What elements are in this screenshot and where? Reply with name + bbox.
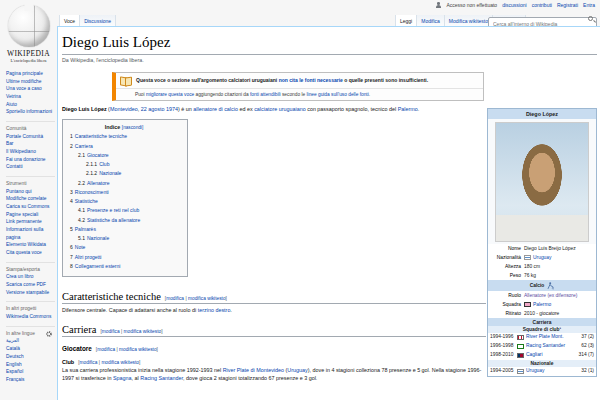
toc-item[interactable]: 5Palmarès (70, 225, 178, 234)
subsection-heading-club: Club[modifica | modifica wikitesto] (62, 359, 486, 365)
sidebar-item-informazioni-pagina[interactable]: Informazioni sulla pagina (6, 226, 55, 241)
infobox-label: Ruolo (490, 291, 521, 300)
palermo-link[interactable]: Palermo (398, 106, 418, 112)
career-row: 1994-2005Uruguay32 (1) (488, 367, 596, 376)
fonti-attendibili-link[interactable]: fonti attendibili (250, 92, 281, 97)
calciatore-link[interactable]: calciatore (254, 106, 277, 112)
toc-item[interactable]: 4.1Presenze e reti nel club (78, 206, 178, 215)
tab-modifica[interactable]: Modifica (416, 15, 444, 27)
sidebar-item-il-wikipediano[interactable]: Il Wikipediano (6, 148, 55, 156)
uruguaiano-link[interactable]: uruguaiano (279, 106, 306, 112)
allenatore-link[interactable]: allenatore di calcio (193, 106, 238, 112)
sidebar-lang-deutsch[interactable]: Deutsch (6, 353, 55, 361)
toc-item[interactable]: 2.1.2Nazionale (86, 169, 178, 178)
cagliari-link[interactable]: Cagliari (526, 351, 543, 360)
toc-item[interactable]: 3Riconoscimenti (70, 188, 178, 197)
sidebar-item-cita-questa-voce[interactable]: Cita questa voce (6, 249, 55, 257)
wikipedia-logo[interactable]: WIKIPEDIA L'enciclopedia libera (0, 0, 57, 63)
personal-discussioni-link[interactable]: discussioni (502, 2, 526, 8)
sidebar-lang-catala[interactable]: Català (6, 345, 55, 353)
uruguay-national-link[interactable]: Uruguay (526, 367, 545, 376)
toc-item[interactable]: 2.1.1Club (86, 160, 178, 169)
sidebar-item-wikimedia-commons[interactable]: Wikimedia Commons (6, 313, 55, 321)
page-title: Diego Luis López (62, 34, 597, 55)
linee-guida-link[interactable]: linee guida sull'uso delle fonti (307, 92, 369, 97)
tab-modifica-wikitesto[interactable]: Modifica wikitesto (444, 15, 492, 27)
toc-item[interactable]: 6Note (70, 243, 178, 252)
edit-wikitext-link[interactable]: modifica wikitesto (101, 360, 139, 365)
section-heading-caratteristiche: Caratteristiche tecniche[modifica | modi… (62, 291, 486, 304)
toc-item[interactable]: 4Statistiche (70, 197, 178, 206)
sidebar-item-scarica-come-pdf[interactable]: Scarica come PDF (6, 281, 55, 289)
banner-line2: Puoi migliorare questa voce aggiungendo … (116, 89, 483, 100)
sidebar-item-elemento-wikidata[interactable]: Elemento Wikidata (6, 241, 55, 249)
edit-wikitext-link[interactable]: modifica wikitesto (119, 347, 157, 352)
table-of-contents: Indice [nascondi] 1Caratteristiche tecni… (62, 119, 188, 277)
sidebar-item-contatti[interactable]: Contatti (6, 163, 55, 171)
sidebar-item-vetrina[interactable]: Vetrina (6, 93, 55, 101)
fonti-necessarie-link[interactable]: non cita le fonti necessarie (279, 77, 343, 83)
terzino-destro-link[interactable]: terzino destro (198, 307, 231, 313)
spagna-link[interactable]: Spagna (113, 375, 132, 381)
river-plate-link[interactable]: River Plate di Montevideo (223, 367, 284, 373)
ruolo-link[interactable]: Allenatore (ex difensore) (524, 291, 577, 300)
toc-item[interactable]: 2.2Allenatore (78, 179, 178, 188)
sidebar-item-bar[interactable]: Bar (6, 140, 55, 148)
racing-santander-career-link[interactable]: Racing Santander (526, 342, 565, 351)
login-link[interactable]: Entra (583, 2, 595, 8)
tab-voce[interactable]: Voce (59, 15, 79, 27)
register-link[interactable]: Registrati (557, 2, 578, 8)
sidebar-item-fai-una-donazione[interactable]: Fai una donazione (6, 156, 55, 164)
toc-item[interactable]: 1Caratteristiche tecniche (70, 132, 178, 141)
edit-wikitext-link[interactable]: modifica wikitesto (124, 329, 162, 334)
sidebar-lang-francais[interactable]: Français (6, 376, 55, 384)
personal-contributi-link[interactable]: contributi (532, 2, 552, 8)
sidebar-lang-espanol[interactable]: Español (6, 368, 55, 376)
toc-item[interactable]: 4.2Statistiche da allenatore (78, 216, 178, 225)
sidebar-item-carica-su-commons[interactable]: Carica su Commons (6, 203, 55, 211)
montevideo-link[interactable]: Montevideo (110, 106, 138, 112)
search-icon[interactable] (588, 16, 593, 21)
footballer-icon (547, 282, 554, 290)
edit-link[interactable]: modifica (97, 347, 115, 352)
river-plate-mont-link[interactable]: River Plate Mont. (526, 333, 564, 342)
toc-item[interactable]: 2Carriera (70, 142, 178, 151)
racing-santander-link[interactable]: Racing Santander (140, 375, 183, 381)
sidebar-item-modifiche-correlate[interactable]: Modifiche correlate (6, 195, 55, 203)
intro-paragraph: Diego Luis López (Montevideo, 22 agosto … (62, 106, 482, 114)
uruguay-link[interactable]: Uruguay (287, 367, 307, 373)
sidebar-item-ultime-modifiche[interactable]: Ultime modifiche (6, 78, 55, 86)
toc-item[interactable]: 2.1Giocatore (78, 151, 178, 160)
sidebar-item-puntano-qui[interactable]: Puntano qui (6, 188, 55, 196)
toc-item[interactable]: 8Collegamenti esterni (70, 262, 178, 271)
sidebar-item-versione-stampabile[interactable]: Versione stampabile (6, 289, 55, 297)
sidebar-item-pagine-speciali[interactable]: Pagine speciali (6, 211, 55, 219)
sidebar-item-pagina-principale[interactable]: Pagina principale (6, 70, 55, 78)
sidebar-section-altri-progetti: In altri progetti (6, 301, 55, 313)
squadra-palermo-link[interactable]: Palermo (533, 300, 551, 309)
tab-discussione[interactable]: Discussione (79, 15, 116, 27)
toc-item[interactable]: 7Altri progetti (70, 253, 178, 262)
sidebar-item-crea-un-libro[interactable]: Crea un libro (6, 273, 55, 281)
edit-link[interactable]: modifica (166, 296, 184, 301)
edit-wikitext-link[interactable]: modifica wikitesto (188, 296, 226, 301)
sidebar-item-aiuto[interactable]: Aiuto (6, 101, 55, 109)
sidebar-item-sportello-informazioni[interactable]: Sportello informazioni (6, 108, 55, 116)
edit-link[interactable]: modifica (102, 329, 120, 334)
toc-item[interactable]: 5.1Nazionale (78, 234, 178, 243)
gear-icon[interactable] (46, 331, 52, 337)
career-row: 1994-1996River Plate Mont.37 (2) (488, 333, 596, 342)
open-book-icon (120, 76, 132, 85)
sidebar-item-link-permanente[interactable]: Link permanente (6, 218, 55, 226)
migliorare-voce-link[interactable]: migliorare questa voce (146, 92, 194, 97)
sidebar-lang-english[interactable]: English (6, 361, 55, 369)
data-link[interactable]: 22 agosto (141, 106, 165, 112)
edit-link[interactable]: modifica (80, 360, 98, 365)
sidebar-item-una-voce-a-caso[interactable]: Una voce a caso (6, 85, 55, 93)
sidebar-lang-arabic[interactable]: العربية (6, 337, 55, 345)
nazionalita-uruguay-link[interactable]: Uruguay (533, 253, 552, 262)
tab-leggi[interactable]: Leggi (395, 15, 416, 27)
sidebar-item-portale-comunita[interactable]: Portale Comunità (6, 133, 55, 141)
toc-hide-toggle[interactable]: [nascondi] (122, 125, 143, 130)
anno-link[interactable]: 1974 (166, 106, 178, 112)
